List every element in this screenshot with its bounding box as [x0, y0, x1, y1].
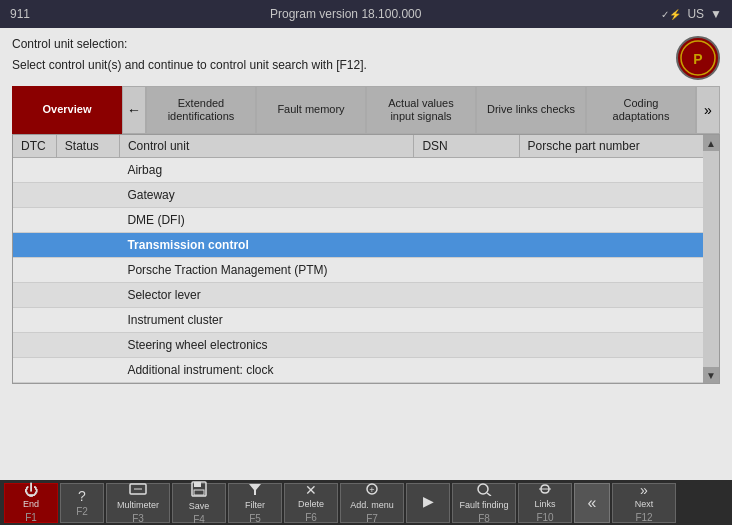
table-row[interactable]: Airbag [13, 158, 719, 183]
fault-finding-button[interactable]: Fault finding F8 [452, 483, 516, 523]
next-button[interactable]: » Next F12 [612, 483, 676, 523]
help-icon: ? [78, 489, 86, 503]
play-button[interactable]: ▶ [406, 483, 450, 523]
top-bar: 911 Program version 18.100.000 ✓⚡ US ▼ [0, 0, 732, 28]
cell-unit: Porsche Traction Management (PTM) [119, 258, 414, 283]
links-button[interactable]: Links F10 [518, 483, 572, 523]
help-fn: F2 [76, 506, 88, 517]
multimeter-button[interactable]: Multimeter F3 [106, 483, 170, 523]
cell-dsn [414, 258, 519, 283]
cell-part [519, 333, 719, 358]
table-header: DTC Status Control unit DSN Porsche part… [13, 135, 719, 158]
delete-fn: F6 [305, 512, 317, 523]
tab-arrow-right[interactable]: » [696, 86, 720, 134]
end-button[interactable]: ⏻ End F1 [4, 483, 58, 523]
data-table: DTC Status Control unit DSN Porsche part… [13, 135, 719, 383]
table-row[interactable]: DME (DFI) [13, 208, 719, 233]
cell-unit: Steering wheel electronics [119, 333, 414, 358]
filter-button[interactable]: Filter F5 [228, 483, 282, 523]
svg-rect-5 [194, 482, 201, 487]
cell-part [519, 358, 719, 383]
cell-dsn [414, 183, 519, 208]
table-row[interactable]: Gateway [13, 183, 719, 208]
delete-button[interactable]: ✕ Delete F6 [284, 483, 338, 523]
signal-icon: ✓⚡ [661, 9, 681, 20]
svg-line-11 [487, 493, 491, 496]
save-fn: F4 [193, 514, 205, 525]
top-bar-right: ✓⚡ US ▼ [661, 7, 722, 21]
table-row[interactable]: Porsche Traction Management (PTM) [13, 258, 719, 283]
tab-arrow-left[interactable]: ← [122, 86, 146, 134]
save-button[interactable]: Save F4 [172, 483, 226, 523]
table-row[interactable]: Selector lever [13, 283, 719, 308]
links-icon [537, 483, 553, 497]
cell-dtc [13, 183, 56, 208]
cell-unit: Transmission control [119, 233, 414, 258]
cell-unit: Airbag [119, 158, 414, 183]
tab-actual-values[interactable]: Actual values input signals [366, 86, 476, 134]
header-text: Control unit selection: Select control u… [12, 36, 676, 78]
prev-icon: « [588, 494, 597, 512]
links-fn: F10 [536, 512, 553, 523]
cell-dtc [13, 333, 56, 358]
next-fn: F12 [635, 512, 652, 523]
cell-status [56, 208, 119, 233]
cell-status [56, 283, 119, 308]
table-row[interactable]: Steering wheel electronics [13, 333, 719, 358]
delete-icon: ✕ [305, 483, 317, 497]
end-icon: ⏻ [24, 483, 38, 497]
cell-unit: Additional instrument: clock [119, 358, 414, 383]
tab-overview[interactable]: Overview [12, 86, 122, 134]
table-row[interactable]: Instrument cluster [13, 308, 719, 333]
col-unit: Control unit [119, 135, 414, 158]
tab-drive-links[interactable]: Drive links checks [476, 86, 586, 134]
next-icon: » [640, 483, 648, 497]
cell-part [519, 258, 719, 283]
app-id: 911 [10, 7, 30, 21]
multimeter-icon [129, 482, 147, 498]
add-menu-button[interactable]: + Add. menu F7 [340, 483, 404, 523]
cell-part [519, 308, 719, 333]
table-row[interactable]: Transmission control [13, 233, 719, 258]
cell-dtc [13, 258, 56, 283]
cell-part [519, 183, 719, 208]
delete-label: Delete [298, 499, 324, 509]
save-label: Save [189, 501, 210, 511]
cell-dsn [414, 283, 519, 308]
scroll-up[interactable]: ▲ [703, 135, 719, 151]
region: US [687, 7, 704, 21]
help-button[interactable]: ? F2 [60, 483, 104, 523]
tab-extended-identifications[interactable]: Extended identifications [146, 86, 256, 134]
cell-status [56, 333, 119, 358]
multimeter-fn: F3 [132, 513, 144, 524]
cell-status [56, 308, 119, 333]
cell-dsn [414, 158, 519, 183]
svg-rect-6 [194, 490, 204, 495]
table-row[interactable]: Additional instrument: clock [13, 358, 719, 383]
cell-unit: DME (DFI) [119, 208, 414, 233]
tab-coding-adaptations[interactable]: Coding adaptations [586, 86, 696, 134]
dropdown-icon: ▼ [710, 7, 722, 21]
control-unit-table: DTC Status Control unit DSN Porsche part… [12, 134, 720, 384]
scrollbar[interactable]: ▲ ▼ [703, 135, 719, 383]
links-label: Links [534, 499, 555, 509]
cell-status [56, 183, 119, 208]
cell-unit: Instrument cluster [119, 308, 414, 333]
cell-dsn [414, 333, 519, 358]
tab-fault-memory[interactable]: Fault memory [256, 86, 366, 134]
cell-unit: Gateway [119, 183, 414, 208]
cell-part [519, 158, 719, 183]
program-version: Program version 18.100.000 [270, 7, 421, 21]
next-label: Next [635, 499, 654, 509]
cell-dsn [414, 208, 519, 233]
cell-status [56, 233, 119, 258]
cell-dtc [13, 283, 56, 308]
cell-part [519, 283, 719, 308]
add-menu-icon: + [364, 482, 380, 498]
filter-icon [248, 482, 262, 498]
control-unit-instruction: Select control unit(s) and continue to c… [12, 57, 676, 74]
scroll-down[interactable]: ▼ [703, 367, 719, 383]
prev-button[interactable]: « [574, 483, 610, 523]
header-row: Control unit selection: Select control u… [12, 36, 720, 80]
cell-unit: Selector lever [119, 283, 414, 308]
